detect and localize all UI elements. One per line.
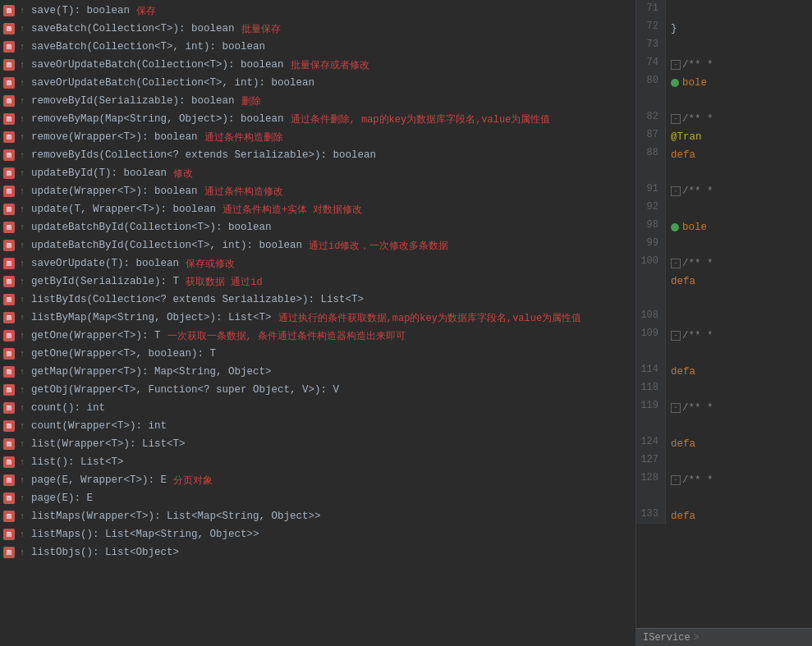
method-signature: getById(Serializable): T xyxy=(31,276,179,287)
line-number: 74 xyxy=(636,54,666,72)
method-row[interactable]: m↑saveOrUpdate(T): boolean保存或修改 xyxy=(0,254,635,273)
method-row[interactable]: m↑updateById(T): boolean修改 xyxy=(0,164,635,182)
method-row[interactable]: m↑saveOrUpdateBatch(Collection<T>): bool… xyxy=(0,56,635,74)
line-content xyxy=(666,451,812,470)
line-content: defa xyxy=(666,433,812,451)
method-row[interactable]: m↑getMap(Wrapper<T>): Map<String, Object… xyxy=(0,363,635,381)
line-number: 91 xyxy=(636,181,666,199)
method-row[interactable]: m↑listObjs(): List<Object> xyxy=(0,543,635,561)
line-content xyxy=(666,0,812,18)
method-row[interactable]: m↑getOne(Wrapper<T>, boolean): T xyxy=(0,345,635,363)
method-row[interactable]: m↑updateBatchById(Collection<T>): boolea… xyxy=(0,218,635,236)
line-number: 88 xyxy=(636,144,666,163)
line-content: } xyxy=(666,18,812,36)
method-badge-m: m xyxy=(3,204,15,215)
line-number: 71 xyxy=(636,0,666,18)
line-content: -/** * xyxy=(666,470,812,488)
method-badge-m: m xyxy=(3,276,15,287)
method-annotation: 通过条件构造删除 xyxy=(204,131,283,144)
method-badge-m: m xyxy=(3,511,15,522)
code-line-row xyxy=(636,163,812,181)
method-badge-m: m xyxy=(3,474,15,486)
method-badge-arrow: ↑ xyxy=(16,330,28,341)
method-badge-m: m xyxy=(3,167,15,179)
method-row[interactable]: m↑list(Wrapper<T>): List<T> xyxy=(0,435,635,453)
method-badge-arrow: ↑ xyxy=(16,77,28,89)
line-content: -/** * xyxy=(666,253,812,271)
method-row[interactable]: m↑removeByMap(Map<String, Object>): bool… xyxy=(0,110,635,128)
method-row[interactable]: m↑save(T): boolean保存 xyxy=(0,2,635,20)
fold-button[interactable]: - xyxy=(671,259,681,268)
method-badge-m: m xyxy=(3,240,15,251)
method-row[interactable]: m↑getById(Serializable): T获取数据 通过id xyxy=(0,273,635,291)
fold-button[interactable]: - xyxy=(671,403,681,413)
line-content: bole xyxy=(666,217,812,235)
method-signature: saveBatch(Collection<T>): boolean xyxy=(31,23,235,34)
method-row[interactable]: m↑saveOrUpdateBatch(Collection<T>, int):… xyxy=(0,74,635,92)
line-number xyxy=(636,163,666,181)
method-badge-m: m xyxy=(3,420,15,432)
method-badge-m: m xyxy=(3,438,15,450)
line-content xyxy=(666,488,812,506)
method-annotation: 删除 xyxy=(241,94,261,108)
method-badge-arrow: ↑ xyxy=(16,312,28,323)
method-row[interactable]: m↑page(E, Wrapper<T>): E分页对象 xyxy=(0,471,635,489)
method-signature: getMap(Wrapper<T>): Map<String, Object> xyxy=(31,366,272,378)
line-content xyxy=(666,163,812,181)
method-badge-m: m xyxy=(3,493,15,504)
line-content xyxy=(666,343,812,361)
fold-button[interactable]: - xyxy=(671,331,681,341)
method-badge-arrow: ↑ xyxy=(16,294,28,305)
method-row[interactable]: m↑page(E): E xyxy=(0,489,635,507)
line-content: -/** * xyxy=(666,181,812,199)
code-line-row: 88defa xyxy=(636,144,812,163)
method-row[interactable]: m↑updateBatchById(Collection<T>, int): b… xyxy=(0,236,635,254)
method-row[interactable]: m↑remove(Wrapper<T>): boolean通过条件构造删除 xyxy=(0,128,635,146)
code-line-row: 127 xyxy=(636,451,812,470)
method-badge-m: m xyxy=(3,5,15,16)
method-badge-m: m xyxy=(3,402,15,414)
method-row[interactable]: m↑count(): int xyxy=(0,399,635,417)
method-row[interactable]: m↑listMaps(Wrapper<T>): List<Map<String,… xyxy=(0,507,635,525)
method-row[interactable]: m↑removeById(Serializable): boolean删除 xyxy=(0,92,635,110)
method-row[interactable]: m↑listMaps(): List<Map<String, Object>> xyxy=(0,525,635,543)
line-number: 133 xyxy=(636,506,666,524)
code-line-row: 73 xyxy=(636,36,812,54)
method-row[interactable]: m↑listByIds(Collection<? extends Seriali… xyxy=(0,291,635,309)
method-row[interactable]: m↑listByMap(Map<String, Object>): List<T… xyxy=(0,309,635,327)
method-row[interactable]: m↑update(Wrapper<T>): boolean通过条件构造修改 xyxy=(0,182,635,200)
line-content: -/** * xyxy=(666,325,812,343)
line-number: 119 xyxy=(636,397,666,415)
method-badge-m: m xyxy=(3,23,15,34)
method-row[interactable]: m↑removeByIds(Collection<? extends Seria… xyxy=(0,146,635,164)
method-row[interactable]: m↑getObj(Wrapper<T>, Function<? super Ob… xyxy=(0,381,635,399)
code-line-row: 71 xyxy=(636,0,812,18)
fold-button[interactable]: - xyxy=(671,475,681,485)
line-content xyxy=(666,36,812,54)
code-text: defa xyxy=(671,149,695,161)
method-row[interactable]: m↑saveBatch(Collection<T>, int): boolean xyxy=(0,38,635,56)
code-line-row: 133defa xyxy=(636,506,812,524)
method-badge-arrow: ↑ xyxy=(16,384,28,396)
fold-button[interactable]: - xyxy=(671,186,681,196)
method-badge-m: m xyxy=(3,312,15,323)
method-row[interactable]: m↑update(T, Wrapper<T>): boolean通过条件构造+实… xyxy=(0,200,635,218)
code-line-row: 82-/** * xyxy=(636,108,812,126)
method-signature: save(T): boolean xyxy=(31,5,130,16)
method-row[interactable]: m↑saveBatch(Collection<T>): boolean批量保存 xyxy=(0,20,635,38)
code-line-row: defa xyxy=(636,271,812,289)
method-signature: listByMap(Map<String, Object>): List<T> xyxy=(31,312,272,323)
method-row[interactable]: m↑list(): List<T> xyxy=(0,453,635,471)
method-row[interactable]: m↑getOne(Wrapper<T>): T一次获取一条数据, 条件通过条件构… xyxy=(0,327,635,345)
line-content: defa xyxy=(666,144,812,163)
code-line-row: 109-/** * xyxy=(636,325,812,343)
method-badge-m: m xyxy=(3,113,15,125)
fold-button[interactable]: - xyxy=(671,60,681,70)
method-badge-arrow: ↑ xyxy=(16,204,28,215)
fold-button[interactable]: - xyxy=(671,114,681,124)
code-text: /** * xyxy=(682,258,713,269)
method-annotation: 通过id修改，一次修改多条数据 xyxy=(309,239,448,253)
breadcrumb-iservice: IService xyxy=(643,632,690,644)
method-row[interactable]: m↑count(Wrapper<T>): int xyxy=(0,417,635,435)
method-annotation: 通过执行的条件获取数据,map的key为数据库字段名,value为属性值 xyxy=(278,311,582,325)
